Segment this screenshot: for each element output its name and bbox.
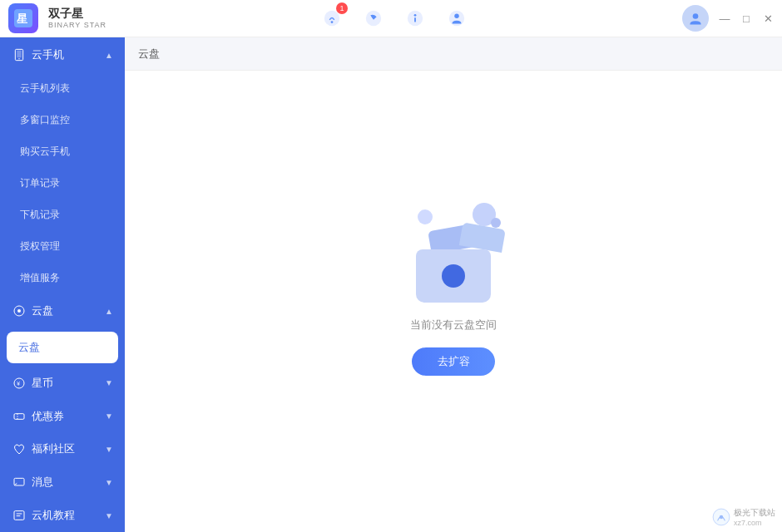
app-name-en: BINARY STAR (48, 21, 106, 30)
star-coin-chevron: ▼ (105, 378, 113, 387)
content-body: 当前没有云盘空间 去扩容 极光下载站 xz7.com (125, 71, 782, 532)
watermark-text: 极光下载站 xz7.com (734, 507, 775, 527)
sidebar-item-value-service[interactable]: 增值服务 (0, 262, 125, 293)
expand-button[interactable]: 去扩容 (412, 347, 495, 376)
titlebar-nav: 1 (318, 4, 471, 32)
sidebar-item-star-coin[interactable]: ¥ 星币 ▼ (0, 367, 125, 400)
close-button[interactable]: ✕ (762, 12, 774, 24)
svg-point-15 (17, 309, 21, 313)
coupon-label: 优惠券 (32, 409, 64, 424)
svg-point-6 (414, 14, 417, 17)
coupon-chevron: ▼ (105, 411, 113, 421)
svg-point-3 (331, 21, 334, 23)
titlebar: 星 双子星 BINARY STAR 1 (0, 0, 782, 37)
welfare-icon (12, 441, 27, 456)
coin-icon: ¥ (12, 376, 27, 391)
sparkle1 (418, 209, 433, 224)
svg-rect-12 (17, 51, 21, 58)
svg-text:星: 星 (17, 12, 28, 25)
svg-rect-21 (14, 511, 24, 520)
cloud-phone-subitems: 云手机列表 多窗口监控 购买云手机 订单记录 下机记录 授权管理 增值服务 (0, 72, 125, 293)
content-header: 云盘 (125, 37, 782, 71)
welfare-chevron: ▼ (105, 445, 113, 454)
minimize-button[interactable]: — (719, 12, 730, 24)
watermark: 极光下载站 xz7.com (712, 507, 775, 527)
app-name: 双子星 BINARY STAR (48, 7, 106, 30)
user-avatar[interactable] (682, 5, 709, 32)
sidebar-section-header-cloud-disk[interactable]: 云盘 ▲ (0, 293, 125, 328)
empty-text: 当前没有云盘空间 (410, 318, 497, 332)
welfare-label: 福利社区 (32, 441, 75, 456)
phone-icon (12, 47, 27, 62)
cloud-disk-chevron: ▲ (105, 307, 113, 316)
notifications-button[interactable]: 1 (318, 4, 346, 32)
message-icon (12, 475, 27, 490)
star-coin-label: 星币 (32, 376, 53, 391)
main-layout: 云手机 ▲ 云手机列表 多窗口监控 购买云手机 订单记录 下机记录 授权管理 增… (0, 37, 782, 532)
svg-point-10 (693, 13, 699, 19)
svg-point-9 (454, 14, 459, 19)
tutorial-icon (12, 508, 27, 523)
sidebar-item-tutorials[interactable]: 云机教程 ▼ (0, 499, 125, 532)
sidebar-item-welfare[interactable]: 福利社区 ▼ (0, 433, 125, 466)
sidebar-item-order-record[interactable]: 订单记录 (0, 167, 125, 199)
titlebar-left: 星 双子星 BINARY STAR (8, 3, 106, 33)
cloud-disk-label: 云盘 (32, 303, 53, 318)
coupon-icon (12, 409, 27, 424)
sidebar-item-cloud-disk-main[interactable]: 云盘 (7, 332, 118, 363)
sidebar-section-cloud-phone: 云手机 ▲ 云手机列表 多窗口监控 购买云手机 订单记录 下机记录 授权管理 增… (0, 37, 125, 293)
svg-point-13 (18, 58, 19, 59)
info-button[interactable] (401, 4, 429, 32)
app-logo: 星 (8, 3, 38, 33)
messages-label: 消息 (32, 475, 53, 490)
sidebar-item-messages[interactable]: 消息 ▼ (0, 466, 125, 499)
phone-button[interactable] (359, 4, 388, 32)
maximize-button[interactable]: □ (740, 12, 752, 24)
sidebar: 云手机 ▲ 云手机列表 多窗口监控 购买云手机 订单记录 下机记录 授权管理 增… (0, 37, 125, 532)
sidebar-item-download-record[interactable]: 下机记录 (0, 199, 125, 230)
user-button[interactable] (443, 4, 471, 32)
messages-chevron: ▼ (105, 478, 113, 487)
tutorials-label: 云机教程 (32, 508, 75, 523)
empty-illustration (399, 203, 507, 303)
app-name-cn: 双子星 (48, 7, 106, 21)
sidebar-section-cloud-disk: 云盘 ▲ 云盘 (0, 293, 125, 367)
sidebar-section-header-cloud-phone[interactable]: 云手机 ▲ (0, 37, 125, 72)
cloud-phone-chevron: ▲ (105, 51, 113, 60)
svg-point-25 (720, 515, 723, 519)
sidebar-item-auth-manage[interactable]: 授权管理 (0, 230, 125, 262)
cloud-phone-label: 云手机 (32, 47, 64, 62)
tutorials-chevron: ▼ (105, 511, 113, 520)
sidebar-item-coupon[interactable]: 优惠券 ▼ (0, 400, 125, 433)
svg-rect-18 (14, 413, 24, 419)
box-body (416, 249, 491, 303)
box-inner-circle (442, 264, 465, 288)
sidebar-item-buy-phone[interactable]: 购买云手机 (0, 135, 125, 167)
content-area: 云盘 当前没有云盘空间 去扩容 (125, 37, 782, 532)
sidebar-item-multi-window[interactable]: 多窗口监控 (0, 104, 125, 135)
sparkle3 (491, 218, 501, 228)
notification-badge: 1 (336, 2, 348, 14)
sidebar-item-phone-list[interactable]: 云手机列表 (0, 72, 125, 104)
svg-rect-7 (414, 17, 416, 22)
titlebar-right: — □ ✕ (682, 5, 774, 32)
svg-text:¥: ¥ (17, 381, 20, 387)
disk-icon (12, 303, 27, 318)
breadcrumb: 云盘 (138, 47, 160, 62)
